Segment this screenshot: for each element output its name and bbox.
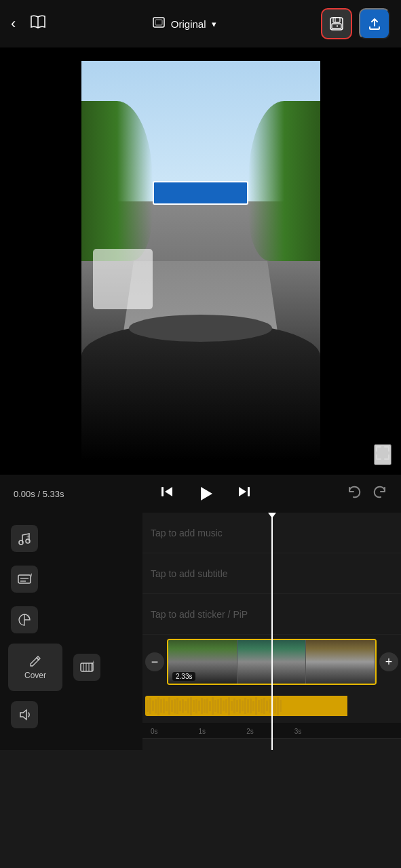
aspect-ratio-icon [152,16,166,32]
ruler-mark-1: 1s [199,728,206,735]
dashboard [81,321,320,462]
sticker-track-sidebar: + [0,599,142,640]
cover-label: Cover [24,671,46,680]
track-sidebar: + + [0,513,142,750]
track-area: + + [0,513,401,750]
music-track-sidebar: + [0,518,142,559]
subtitle-placeholder: Tap to add subtitle [151,568,228,579]
svg-rect-14 [18,575,31,583]
back-button[interactable]: ‹ [11,15,16,33]
skip-forward-button[interactable] [235,482,254,505]
svg-text:+: + [92,660,94,666]
add-music-button[interactable]: + [11,525,38,552]
svg-text:+: + [26,613,30,620]
header: ‹ Original ▾ [0,0,401,47]
dropdown-arrow-icon: ▾ [212,19,216,29]
total-time: 5.33s [43,489,64,499]
svg-rect-5 [332,24,341,28]
playback-bar: 0.00s / 5.33s [0,475,401,513]
save-button[interactable] [321,8,352,39]
svg-text:+: + [30,572,32,578]
aspect-ratio-label: Original [171,18,206,30]
playhead [271,513,273,750]
svg-rect-4 [333,18,340,22]
audio-volume-button[interactable] [11,701,38,728]
edit-icon [28,654,42,668]
ruler-mark-2: 2s [246,728,254,735]
dashboard-item [93,249,153,309]
time-display: 0.00s / 5.33s [14,489,64,499]
fullscreen-button[interactable] [374,444,392,465]
subtitle-track-sidebar: + [0,559,142,599]
ruler-mark-0: 0s [151,728,158,735]
time-separator: / [35,489,43,499]
aspect-ratio-selector[interactable]: Original ▾ [152,16,216,32]
book-icon[interactable] [29,14,47,33]
video-track-sidebar: Cover + [0,640,142,694]
highway-sign [153,181,248,205]
trees-left [81,101,153,261]
header-left: ‹ [11,14,47,33]
road-scene [81,61,320,461]
clip-frame-3 [306,640,375,684]
undo-button[interactable] [347,485,362,503]
trees-right [248,101,320,261]
header-right [321,8,390,39]
svg-rect-1 [153,18,164,27]
play-button[interactable] [193,481,218,507]
clip-shrink-button[interactable]: − [145,652,164,671]
add-clip-button[interactable]: + [73,654,100,681]
svg-rect-9 [248,487,250,496]
svg-rect-2 [155,20,162,25]
sticker-placeholder: Tap to add sticker / PiP [151,609,248,620]
timeline-tracks: Tap to add music Tap to add subtitle Tap… [142,513,401,750]
redo-button[interactable] [373,485,387,503]
clip-expand-button[interactable]: + [379,652,398,671]
playback-controls [157,481,254,507]
undo-redo-controls [347,485,387,503]
ruler-markers: 0s 1s 2s 3s [148,728,301,735]
add-subtitle-button[interactable]: + [11,566,38,593]
export-button[interactable] [359,8,390,39]
cover-button[interactable]: Cover [8,644,62,691]
current-time: 0.00s [14,489,35,499]
timeline-section: 0.00s / 5.33s [0,475,401,868]
svg-text:+: + [26,534,30,540]
video-frame [81,61,320,461]
ruler-mark-3: 3s [294,728,302,735]
add-sticker-button[interactable]: + [11,606,38,633]
skip-back-button[interactable] [157,482,176,505]
video-preview [0,47,401,475]
svg-rect-8 [161,487,164,496]
clip-duration-badge: 2.33s [172,672,195,681]
audio-track-sidebar [0,694,142,735]
music-placeholder: Tap to add music [151,528,223,538]
